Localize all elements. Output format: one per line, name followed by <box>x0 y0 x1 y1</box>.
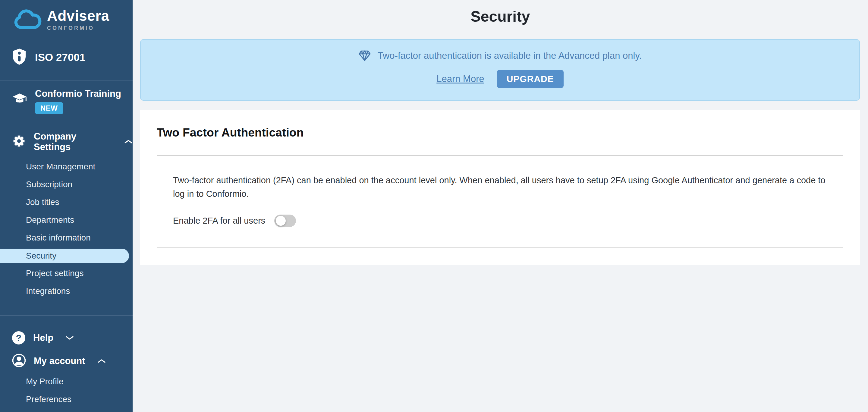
brand-name: Advisera <box>47 9 110 23</box>
sidebar-divider <box>0 315 133 316</box>
brand-product: CONFORMIO <box>47 25 110 31</box>
sidebar-item-project-settings[interactable]: Project settings <box>0 265 133 282</box>
card-heading: Two Factor Authentication <box>157 126 843 139</box>
chevron-up-icon <box>97 359 106 363</box>
sidebar-item-integrations[interactable]: Integrations <box>0 282 133 300</box>
iso-label: ISO 27001 <box>35 51 85 63</box>
help-label: Help <box>33 332 53 343</box>
enable-2fa-toggle[interactable] <box>274 215 296 227</box>
diamond-icon <box>358 50 371 62</box>
sidebar-item-help[interactable]: ? Help <box>0 331 133 345</box>
toggle-knob <box>276 216 286 226</box>
sidebar-item-subscription[interactable]: Subscription <box>0 176 133 193</box>
cloud-logo-icon <box>11 8 41 32</box>
sidebar-item-preferences[interactable]: Preferences <box>0 390 133 408</box>
new-badge: NEW <box>35 102 63 114</box>
question-circle-icon: ? <box>12 331 25 345</box>
sidebar-item-my-profile[interactable]: My Profile <box>0 373 133 390</box>
sidebar-item-my-account[interactable]: My account <box>0 353 133 369</box>
toggle-label: Enable 2FA for all users <box>173 216 265 226</box>
sidebar-item-conformio-training[interactable]: Conformio Training NEW <box>0 88 133 114</box>
two-fa-settings-box: Two-factor authentication (2FA) can be e… <box>157 156 843 248</box>
my-account-submenu: My Profile Preferences About Log out <box>0 373 133 412</box>
person-circle-icon <box>12 353 26 369</box>
brand-logo[interactable]: Advisera CONFORMIO <box>0 0 133 32</box>
shield-info-icon <box>12 48 27 66</box>
gear-icon <box>12 134 26 149</box>
my-account-label: My account <box>34 356 85 367</box>
chevron-up-icon <box>124 139 133 144</box>
two-fa-card: Two Factor Authentication Two-factor aut… <box>140 110 860 265</box>
page-title: Security <box>133 8 868 25</box>
sidebar-divider <box>0 80 133 81</box>
chevron-down-icon <box>65 336 74 340</box>
sidebar: Advisera CONFORMIO ISO 27001 Conformio T… <box>0 0 133 412</box>
brand-text: Advisera CONFORMIO <box>47 9 110 31</box>
sidebar-item-security[interactable]: Security <box>0 249 129 263</box>
training-label: Conformio Training <box>35 88 121 99</box>
sidebar-item-basic-information[interactable]: Basic information <box>0 229 133 247</box>
banner-message: Two-factor authentication is available i… <box>378 50 642 61</box>
company-settings-label: Company Settings <box>34 131 112 153</box>
sidebar-item-departments[interactable]: Departments <box>0 211 133 229</box>
sidebar-item-about[interactable]: About <box>0 408 133 412</box>
upgrade-button[interactable]: UPGRADE <box>497 70 564 88</box>
sidebar-item-job-titles[interactable]: Job titles <box>0 193 133 211</box>
learn-more-link[interactable]: Learn More <box>436 73 484 85</box>
sidebar-item-iso-27001[interactable]: ISO 27001 <box>0 48 133 66</box>
upgrade-banner: Two-factor authentication is available i… <box>140 39 860 101</box>
sidebar-item-user-management[interactable]: User Management <box>0 158 133 176</box>
company-settings-submenu: User Management Subscription Job titles … <box>0 158 133 300</box>
main-content: Security Two-factor authentication is av… <box>133 0 868 412</box>
graduation-cap-icon <box>12 93 27 107</box>
two-fa-description: Two-factor authentication (2FA) can be e… <box>173 173 827 201</box>
sidebar-item-company-settings[interactable]: Company Settings <box>0 131 133 153</box>
